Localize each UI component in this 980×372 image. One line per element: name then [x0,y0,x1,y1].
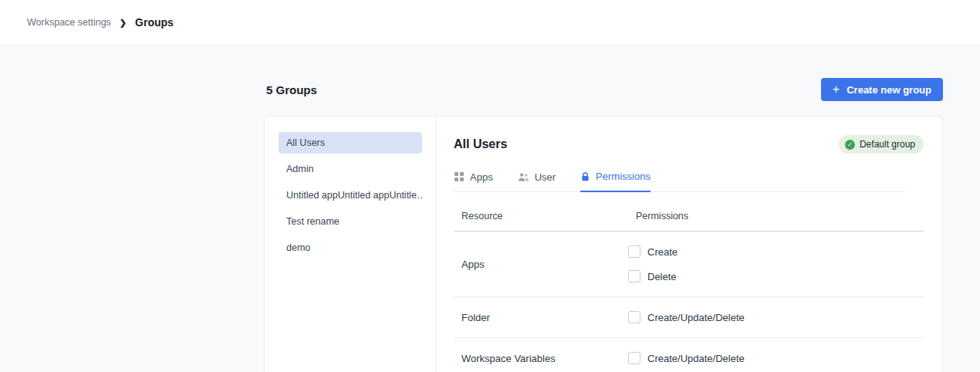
permissions-column-header: Permissions [628,211,924,222]
table-row-workspace-variables: Workspace Variables Create/Update/Delete [454,338,924,372]
default-group-badge-label: Default group [860,139,915,150]
permission-option: Delete [628,265,924,287]
tab-apps-label: Apps [470,171,493,183]
resource-label: Workspace Variables [454,353,628,364]
plus-icon: + [833,83,840,96]
tab-user[interactable]: User [518,171,556,191]
detail-header: All Users ✓ Default group [454,135,924,154]
resource-column-header: Resource [454,211,628,222]
tab-permissions-label: Permissions [596,171,651,182]
permission-label: Create/Update/Delete [647,312,745,323]
default-group-badge: ✓ Default group [839,135,924,154]
resource-label: Apps [454,259,628,270]
table-row-apps: Apps Create Delete [454,232,924,297]
tab-apps[interactable]: Apps [454,171,493,191]
sidebar-item-untitled-app[interactable]: Untitled appUntitled appUntitle… [279,184,422,206]
permission-label: Create/Update/Delete [647,353,745,364]
group-title: All Users [454,137,507,151]
groups-panel: All Users Admin Untitled appUntitled app… [264,116,943,372]
group-detail: All Users ✓ Default group Apps [437,117,942,372]
tab-user-label: User [535,171,556,183]
create-new-group-label: Create new group [847,84,931,96]
permission-option: Create [628,241,924,262]
top-header: Workspace settings ❯ Groups [0,0,980,46]
permissions-table: Resource Permissions Apps Create Delete [454,211,924,372]
tab-permissions[interactable]: Permissions [580,171,651,192]
permission-option: Create/Update/Delete [628,306,924,328]
groups-count: 5 Groups [266,83,317,96]
main: 5 Groups + Create new group All Users Ad… [0,46,980,372]
sidebar-item-all-users[interactable]: All Users [279,132,422,154]
grid-icon [454,171,465,182]
workspace-variables-create-update-delete-checkbox[interactable] [628,352,640,364]
groups-sidebar: All Users Admin Untitled appUntitled app… [265,117,437,372]
toolbar: 5 Groups + Create new group [266,78,943,101]
folder-create-update-delete-checkbox[interactable] [628,311,640,323]
sidebar-item-demo[interactable]: demo [279,237,422,259]
permission-option: Create/Update/Delete [628,347,924,369]
sidebar-item-test-rename[interactable]: Test rename [279,211,422,232]
permission-label: Create [647,246,678,258]
apps-delete-checkbox[interactable] [628,270,640,282]
chevron-right-icon: ❯ [120,18,127,28]
sidebar-item-admin[interactable]: Admin [279,158,422,180]
table-header: Resource Permissions [454,211,924,232]
table-row-folder: Folder Create/Update/Delete [454,297,924,338]
resource-label: Folder [454,312,628,323]
permission-label: Delete [647,271,677,282]
tab-bar: Apps User [454,171,905,192]
check-circle-icon: ✓ [845,140,855,150]
breadcrumb-current-groups: Groups [135,16,174,29]
create-new-group-button[interactable]: + Create new group [821,78,943,101]
lock-icon [580,171,590,182]
breadcrumb-workspace-settings[interactable]: Workspace settings [27,17,111,28]
users-icon [518,172,529,182]
apps-create-checkbox[interactable] [628,245,640,258]
